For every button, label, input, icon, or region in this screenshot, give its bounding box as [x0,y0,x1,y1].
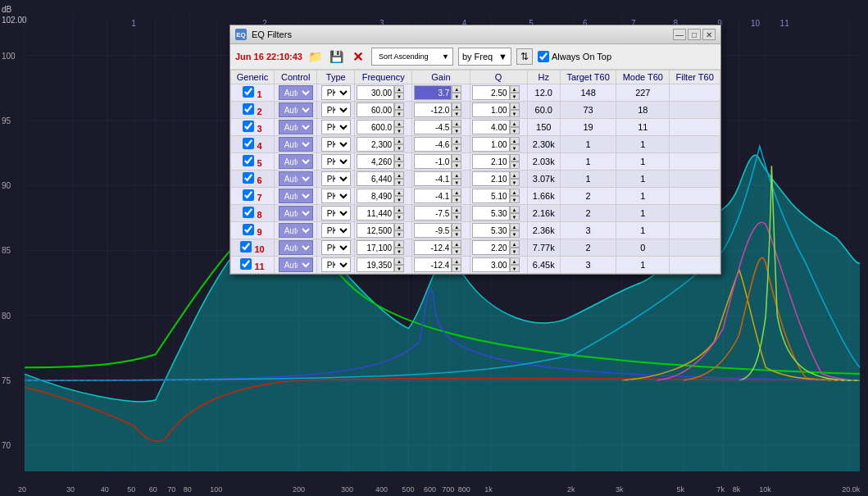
row-5-gain-input[interactable] [414,154,452,169]
row-6-type-select[interactable]: PK [321,171,351,186]
row-10-gain-down[interactable]: ▼ [452,248,461,255]
row-10-q-input[interactable] [472,240,510,255]
row-6-gain-input[interactable] [414,171,452,186]
row-10-q-up[interactable]: ▲ [510,240,520,248]
row-9-gain-down[interactable]: ▼ [452,230,461,238]
freq-dropdown[interactable]: by Freq ▼ [458,48,511,66]
row-2-checkbox[interactable] [243,103,254,115]
row-5-freq-input[interactable] [357,154,394,169]
row-11-gain-up[interactable]: ▲ [452,257,461,265]
row-7-type-select[interactable]: PK [321,189,351,203]
row-9-checkbox[interactable] [243,224,254,235]
row-6-gain-up[interactable]: ▲ [452,171,461,179]
row-6-q-up[interactable]: ▲ [510,171,520,179]
row-7-control-select[interactable]: Auto [279,189,313,203]
row-4-gain-up[interactable]: ▲ [452,137,461,144]
row-7-checkbox[interactable] [243,189,254,201]
row-11-control-select[interactable]: Auto [279,257,313,272]
row-6-gain-down[interactable]: ▼ [452,179,461,186]
row-7-gain-up[interactable]: ▲ [452,189,461,196]
row-6-q-down[interactable]: ▼ [510,179,520,186]
row-10-freq-up[interactable]: ▲ [394,240,404,248]
row-11-freq-up[interactable]: ▲ [394,257,404,265]
row-9-gain-up[interactable]: ▲ [452,223,461,230]
row-9-q-input[interactable] [472,223,510,238]
delete-button[interactable]: ✕ [350,48,366,65]
row-8-q-input[interactable] [472,206,510,221]
row-5-gain-down[interactable]: ▼ [452,162,461,169]
row-1-q-up[interactable]: ▲ [510,85,520,93]
row-5-gain-up[interactable]: ▲ [452,154,461,162]
row-2-q-down[interactable]: ▼ [510,110,520,117]
row-4-q-up[interactable]: ▲ [510,137,520,144]
row-7-freq-down[interactable]: ▼ [394,196,404,203]
row-9-freq-input[interactable] [357,223,394,238]
row-2-gain-down[interactable]: ▼ [452,110,461,117]
row-1-freq-input[interactable] [357,85,394,100]
row-11-gain-down[interactable]: ▼ [452,265,461,272]
row-8-control-select[interactable]: Auto [279,206,313,221]
row-7-freq-up[interactable]: ▲ [394,189,404,196]
row-8-gain-down[interactable]: ▼ [452,213,461,221]
close-button[interactable]: ✕ [702,29,716,40]
row-4-freq-down[interactable]: ▼ [394,144,404,152]
row-5-q-input[interactable] [472,154,510,169]
row-7-gain-down[interactable]: ▼ [452,196,461,203]
maximize-button[interactable]: □ [688,29,701,40]
row-1-freq-down[interactable]: ▼ [394,93,404,100]
row-4-gain-down[interactable]: ▼ [452,144,461,152]
row-8-freq-down[interactable]: ▼ [394,213,404,221]
row-8-type-select[interactable]: PK [321,206,351,221]
row-11-checkbox[interactable] [240,258,252,270]
row-11-type-select[interactable]: PK [321,257,351,272]
row-11-q-down[interactable]: ▼ [510,265,520,272]
row-10-q-down[interactable]: ▼ [510,248,520,255]
save-button[interactable]: 💾 [329,48,345,65]
row-4-type-select[interactable]: PK [321,137,351,152]
row-9-control-select[interactable]: Auto [279,223,313,238]
row-2-gain-input[interactable] [414,102,452,117]
row-4-freq-input[interactable] [357,137,394,152]
row-3-control-select[interactable]: Auto [279,120,313,134]
row-3-type-select[interactable]: PK [321,120,351,134]
row-5-control-select[interactable]: Auto [279,154,313,169]
row-3-q-down[interactable]: ▼ [510,127,520,134]
row-11-freq-input[interactable] [357,257,394,272]
row-2-type-select[interactable]: PK [321,102,351,117]
row-2-control-select[interactable]: Auto [279,102,313,117]
eq-table-container[interactable]: Generic Control Type Frequency Gain Q Hz… [230,70,720,274]
row-9-type-select[interactable]: PK [321,223,351,238]
row-10-gain-input[interactable] [414,240,452,255]
row-7-q-input[interactable] [472,189,510,203]
row-6-control-select[interactable]: Auto [279,171,313,186]
row-9-q-up[interactable]: ▲ [510,223,520,230]
open-folder-button[interactable]: 📁 [307,48,324,65]
row-9-freq-down[interactable]: ▼ [394,230,404,238]
row-1-checkbox[interactable] [243,86,254,98]
row-6-freq-input[interactable] [357,171,394,186]
always-on-top-checkbox[interactable] [538,51,549,62]
row-2-gain-up[interactable]: ▲ [452,102,461,110]
row-11-q-up[interactable]: ▲ [510,257,520,265]
row-5-type-select[interactable]: PK [321,154,351,169]
row-3-freq-input[interactable] [357,120,394,134]
row-10-freq-input[interactable] [357,240,394,255]
row-6-freq-down[interactable]: ▼ [394,179,404,186]
row-3-gain-down[interactable]: ▼ [452,127,461,134]
row-4-q-down[interactable]: ▼ [510,144,520,152]
row-6-checkbox[interactable] [243,172,254,184]
row-8-freq-up[interactable]: ▲ [394,206,404,213]
row-3-gain-up[interactable]: ▲ [452,120,461,127]
row-2-q-up[interactable]: ▲ [510,102,520,110]
row-8-checkbox[interactable] [243,207,254,218]
row-4-checkbox[interactable] [243,138,254,149]
row-10-freq-down[interactable]: ▼ [394,248,404,255]
row-11-gain-input[interactable] [414,257,452,272]
row-5-checkbox[interactable] [243,155,254,166]
row-1-gain-up[interactable]: ▲ [452,85,461,93]
row-3-freq-up[interactable]: ▲ [394,120,404,127]
row-9-q-down[interactable]: ▼ [510,230,520,238]
row-7-q-up[interactable]: ▲ [510,189,520,196]
row-10-control-select[interactable]: Auto [279,240,313,255]
row-3-freq-down[interactable]: ▼ [394,127,404,134]
